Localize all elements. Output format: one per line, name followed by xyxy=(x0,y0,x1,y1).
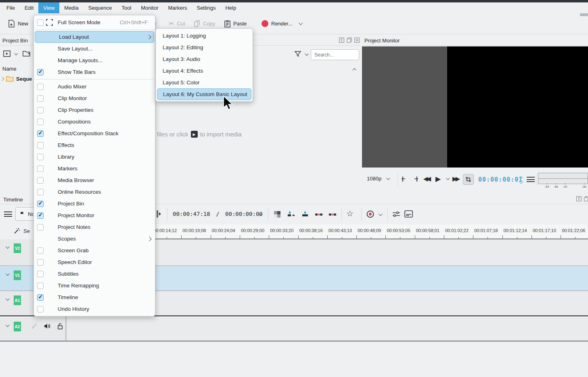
view-menu-item[interactable]: Scopes xyxy=(34,233,155,245)
view-menu-item[interactable]: Screen Grab xyxy=(34,245,155,256)
menu-checkbox[interactable] xyxy=(37,294,44,301)
adjust-sliders-icon[interactable] xyxy=(392,211,400,218)
expand-chevron-icon[interactable] xyxy=(0,77,4,81)
track-lock-icon[interactable] xyxy=(57,323,63,329)
menu-checkbox[interactable] xyxy=(37,177,44,184)
close-panel-icon[interactable] xyxy=(354,38,360,43)
view-menu-item[interactable]: Project Monitor xyxy=(34,209,155,221)
bin-add-clip-button[interactable] xyxy=(3,50,17,57)
layout-menu-item[interactable]: Layout 2: Editing xyxy=(156,42,253,53)
menu-checkbox[interactable] xyxy=(37,142,44,149)
menu-checkbox[interactable] xyxy=(37,306,44,312)
layout-menu-item[interactable]: Layout 6: My Custom Basic Layout xyxy=(157,88,251,100)
track-badge[interactable]: A2 xyxy=(14,322,21,331)
bin-tree-item-sequences[interactable]: Seque xyxy=(1,75,32,82)
menu-checkbox[interactable] xyxy=(37,69,44,75)
view-menu-item[interactable]: Save Layout... xyxy=(34,43,155,54)
overwrite-zone-icon[interactable] xyxy=(301,211,309,218)
view-menu-item[interactable]: Clip Properties xyxy=(34,104,155,116)
menubar-item[interactable]: Settings xyxy=(192,2,220,13)
float-panel-icon[interactable] xyxy=(584,196,588,201)
extract-zone-icon[interactable] xyxy=(315,211,323,218)
view-menu-item[interactable]: Load Layout xyxy=(35,31,154,43)
view-menu-item[interactable]: Undo History xyxy=(34,303,155,315)
menu-checkbox[interactable] xyxy=(37,247,44,254)
search-input[interactable] xyxy=(311,49,359,60)
collapse-track-chevron-icon[interactable] xyxy=(6,245,10,249)
layout-menu-item[interactable]: Layout 5: Color xyxy=(156,77,253,88)
collapse-track-chevron-icon[interactable] xyxy=(6,323,10,327)
record-icon[interactable] xyxy=(366,210,374,218)
video-frame[interactable] xyxy=(447,46,588,168)
play-options-chevron-icon[interactable] xyxy=(446,176,450,180)
menubar-item[interactable]: Monitor xyxy=(136,2,163,13)
view-menu-item[interactable]: Clip Monitor xyxy=(34,92,155,104)
menu-checkbox[interactable] xyxy=(37,107,44,113)
timeline-menu-icon[interactable] xyxy=(4,212,12,217)
menu-checkbox[interactable] xyxy=(37,283,44,289)
view-menu-item[interactable]: Library xyxy=(34,151,155,163)
menu-checkbox[interactable] xyxy=(37,189,44,195)
menu-checkbox[interactable] xyxy=(37,201,44,207)
timeline-timecode[interactable]: 00:00:47:18 / 00:00:00:00 xyxy=(173,211,263,217)
zone-out-icon[interactable] xyxy=(412,176,419,182)
menubar-item[interactable]: Sequence xyxy=(84,2,117,13)
view-menu-item[interactable]: Speech Editor xyxy=(34,256,155,268)
menu-checkbox[interactable] xyxy=(37,259,44,266)
menu-checkbox[interactable] xyxy=(37,19,44,26)
layout-menu-item[interactable]: Layout 1: Logging xyxy=(156,30,253,42)
new-button[interactable]: New xyxy=(8,13,28,34)
view-menu-item[interactable]: Audio Mixer xyxy=(34,81,155,92)
menu-checkbox[interactable] xyxy=(37,271,44,277)
menu-checkbox[interactable] xyxy=(37,84,44,90)
track-header-a2[interactable]: A2 xyxy=(0,318,66,341)
monitor-timecode[interactable]: 00:00:00:01 xyxy=(478,176,523,183)
render-button[interactable]: Render... xyxy=(262,13,301,34)
view-menu-item[interactable]: Timeline xyxy=(34,291,155,303)
view-menu-item[interactable]: Show Title Bars xyxy=(34,66,155,78)
menubar-item[interactable]: Help xyxy=(220,2,241,13)
rewind-icon[interactable]: ◀◀ xyxy=(423,175,429,182)
view-menu-item[interactable]: Project Bin xyxy=(34,198,155,209)
render-dropdown-chevron-icon[interactable] xyxy=(299,21,303,25)
zone-in-icon[interactable] xyxy=(401,176,408,182)
float-panel-icon[interactable] xyxy=(347,38,352,43)
timeline-track-a2[interactable]: A2 xyxy=(0,318,588,341)
view-menu-item[interactable]: Manage Layouts... xyxy=(34,54,155,66)
view-menu-item[interactable] xyxy=(34,28,155,31)
track-badge[interactable]: A1 xyxy=(14,295,21,305)
zone-mode-button[interactable] xyxy=(463,174,474,185)
view-menu-item[interactable]: Online Resources xyxy=(34,186,155,198)
view-menu-item[interactable]: Compositions xyxy=(34,116,155,128)
collapse-track-chevron-icon[interactable] xyxy=(6,272,10,276)
play-icon[interactable]: ▶ xyxy=(435,175,441,183)
menubar-item[interactable]: Tool xyxy=(117,2,136,13)
view-menu-item[interactable]: Effects xyxy=(34,139,155,151)
mix-clips-icon[interactable] xyxy=(156,210,162,218)
view-menu-item[interactable]: Full Screen Mode Ctrl+Shift+F xyxy=(34,17,155,28)
name-column-header[interactable]: Name xyxy=(2,66,17,72)
track-badge[interactable]: V1 xyxy=(14,270,21,280)
filter-icon[interactable] xyxy=(295,51,301,57)
record-chevron-icon[interactable] xyxy=(379,212,383,216)
track-mute-speaker-icon[interactable] xyxy=(44,323,51,329)
view-menu-item[interactable]: Effect/Composition Stack xyxy=(34,128,155,139)
pin-panel-icon[interactable] xyxy=(576,196,582,201)
menubar-item[interactable]: Markers xyxy=(163,2,192,13)
menu-checkbox[interactable] xyxy=(37,130,44,137)
fast-forward-icon[interactable]: ▶▶ xyxy=(452,175,458,182)
menubar-item[interactable]: File xyxy=(2,2,20,13)
menubar-item[interactable]: Media xyxy=(59,2,83,13)
view-menu-item[interactable] xyxy=(34,78,155,81)
lift-zone-icon[interactable] xyxy=(329,211,337,218)
view-menu-item[interactable]: Subtitles xyxy=(34,268,155,280)
collapse-chevron-icon[interactable] xyxy=(352,68,356,72)
menu-checkbox[interactable] xyxy=(37,165,44,172)
mixed-insert-icon[interactable] xyxy=(274,211,281,218)
sequence-tab[interactable]: Se xyxy=(14,228,30,234)
menu-checkbox[interactable] xyxy=(37,119,44,125)
menu-checkbox[interactable] xyxy=(37,224,44,230)
pin-panel-icon[interactable] xyxy=(339,38,344,43)
import-media-icon[interactable]: ▶ xyxy=(191,131,198,138)
view-menu-item[interactable]: Project Notes xyxy=(34,221,155,233)
